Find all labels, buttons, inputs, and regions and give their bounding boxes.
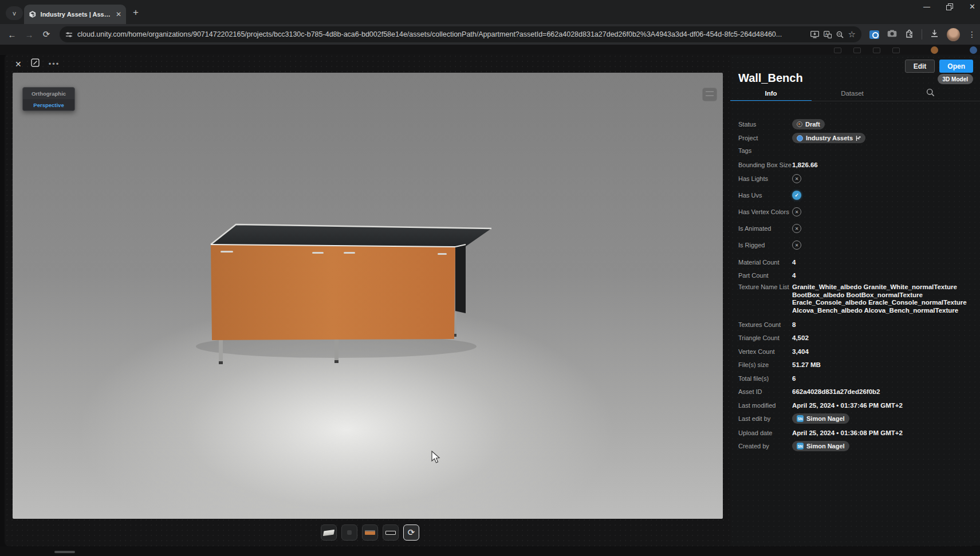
field-has-lights: Has Lights ✕	[738, 173, 974, 184]
bottom-scroll-fragment	[54, 551, 75, 553]
downloads-icon[interactable]	[930, 29, 939, 40]
user-name: Simon Nagel	[806, 443, 845, 449]
field-label: Status	[738, 121, 792, 128]
tab-info[interactable]: Info	[730, 87, 812, 100]
thumbnail-bench-orange[interactable]	[362, 525, 378, 541]
field-textures-count: Textures Count 8	[738, 319, 974, 330]
field-has-uvs: Has Uvs ✓	[738, 190, 974, 201]
back-button[interactable]: ←	[3, 30, 21, 40]
field-label: Last edit by	[738, 415, 792, 422]
new-tab-button[interactable]: +	[133, 7, 139, 18]
site-settings-icon[interactable]	[65, 31, 73, 38]
zoom-icon[interactable]	[836, 31, 844, 38]
install-app-icon[interactable]	[810, 31, 819, 38]
field-files-size: File(s) size 51.27 MB	[738, 359, 974, 370]
field-vertex-count: Vertex Count 3,404	[738, 346, 974, 357]
translate-icon[interactable]: A	[824, 31, 832, 38]
projection-option-orthographic[interactable]: Orthographic	[23, 88, 74, 99]
edit-button[interactable]: Edit	[905, 60, 935, 73]
field-label: Is Rigged	[738, 242, 792, 249]
profile-avatar[interactable]	[947, 28, 960, 41]
field-label: Last modified	[738, 402, 792, 409]
window-restore-button[interactable]	[946, 3, 953, 10]
field-label: Tags	[738, 147, 792, 154]
field-label: Has Uvs	[738, 192, 792, 199]
browser-tab[interactable]: Industry Assets | Assets | Unity ✕	[24, 5, 126, 24]
modal-expand-icon[interactable]	[31, 58, 40, 69]
projection-dropdown[interactable]: Orthographic Perspective	[22, 87, 75, 111]
user-chip[interactable]: SN Simon Nagel	[792, 413, 849, 424]
field-bounding-box-size: Bounding Box Size 1,826.66	[738, 159, 974, 171]
field-is-rigged: Is Rigged ✕	[738, 239, 974, 251]
field-label: Triangle Count	[738, 334, 792, 341]
field-triangle-count: Triangle Count 4,502	[738, 332, 974, 344]
window-close-button[interactable]: ✕	[969, 2, 975, 11]
forward-button[interactable]: →	[21, 30, 38, 40]
tab-close-icon[interactable]: ✕	[116, 10, 121, 18]
user-avatar: SN	[797, 415, 804, 422]
thumbnail-bench-light[interactable]	[321, 525, 337, 541]
field-value: 6	[792, 375, 796, 382]
ghost-icon	[873, 48, 880, 53]
no-circle-icon: ✕	[792, 240, 801, 250]
field-value: April 25, 2024 • 01:36:08 PM GMT+2	[792, 429, 903, 436]
status-badge[interactable]: Draft	[792, 119, 825, 129]
modal-more-icon[interactable]: •••	[49, 60, 60, 68]
unity-favicon	[29, 10, 37, 18]
field-label: Material Count	[738, 259, 792, 266]
browser-toolbar: ← → ⟳ cloud.unity.com/home/organizations…	[0, 24, 980, 45]
no-circle-icon: ✕	[792, 174, 801, 183]
tab-search-button[interactable]: v	[6, 6, 23, 20]
field-upload-date: Upload date April 25, 2024 • 01:36:08 PM…	[738, 427, 974, 439]
field-label: Project	[738, 135, 792, 141]
url-bar[interactable]: cloud.unity.com/home/organizations/90714…	[60, 26, 861, 42]
field-label: Has Lights	[738, 175, 792, 182]
thumbnail-slab[interactable]	[383, 525, 399, 541]
background-bottom-strip	[0, 546, 980, 556]
field-label: Texture Name List	[738, 283, 792, 290]
asset-info-panel: Edit Open Wall_Bench 3D Model Info Datas…	[730, 55, 980, 546]
thumbnail-dark-object[interactable]	[341, 525, 357, 541]
window-minimize-button[interactable]: —	[923, 3, 930, 11]
field-material-count: Material Count 4	[738, 257, 974, 268]
field-label: File(s) size	[738, 361, 792, 368]
reload-button[interactable]: ⟳	[38, 29, 55, 40]
bookmark-star-icon[interactable]: ☆	[848, 29, 856, 40]
modal-close-icon[interactable]: ✕	[15, 60, 22, 69]
user-avatar: SN	[797, 443, 804, 449]
project-icon	[797, 135, 803, 141]
field-value: 1,826.66	[792, 161, 818, 168]
ghost-icon	[892, 48, 900, 53]
user-chip[interactable]: SN Simon Nagel	[792, 441, 849, 451]
field-label: Part Count	[738, 272, 792, 279]
extensions-puzzle-icon[interactable]	[905, 29, 914, 40]
status-value: Draft	[805, 121, 820, 128]
field-last-modified: Last modified April 25, 2024 • 01:37:46 …	[738, 400, 974, 411]
panel-search-icon[interactable]	[926, 88, 935, 97]
screenshot-extension-icon[interactable]	[869, 30, 879, 39]
field-value: 4	[792, 272, 796, 279]
field-value: 4	[792, 259, 796, 266]
browser-menu-kebab-icon[interactable]: ⋮	[968, 30, 976, 39]
tab-dataset[interactable]: Dataset	[812, 87, 893, 100]
branch-icon	[856, 135, 861, 141]
url-text[interactable]: cloud.unity.com/home/organizations/90714…	[77, 30, 806, 38]
field-created-by: Created by SN Simon Nagel	[738, 440, 974, 452]
rotate-view-button[interactable]: ⟳	[403, 525, 419, 541]
ghost-avatar	[931, 46, 938, 54]
open-button[interactable]: Open	[939, 60, 973, 73]
project-value: Industry Assets	[806, 135, 853, 141]
viewer-thumbnail-toolbar: ⟳	[321, 525, 419, 541]
field-label: Has Vertex Colors	[738, 208, 792, 215]
viewer-stats-button[interactable]	[702, 88, 717, 101]
field-value: 51.27 MB	[792, 361, 821, 368]
bench-3d-model[interactable]	[13, 73, 723, 519]
field-value: 8	[792, 321, 796, 328]
previous-asset-chevron[interactable]: ‹	[14, 291, 18, 305]
camera-extension-icon[interactable]	[887, 29, 897, 40]
draft-status-icon	[797, 121, 802, 127]
project-chip[interactable]: Industry Assets	[792, 133, 865, 143]
projection-option-perspective[interactable]: Perspective	[23, 99, 74, 111]
3d-viewer[interactable]: Orthographic Perspective ‹	[13, 73, 723, 519]
field-value: 4,502	[792, 334, 809, 341]
